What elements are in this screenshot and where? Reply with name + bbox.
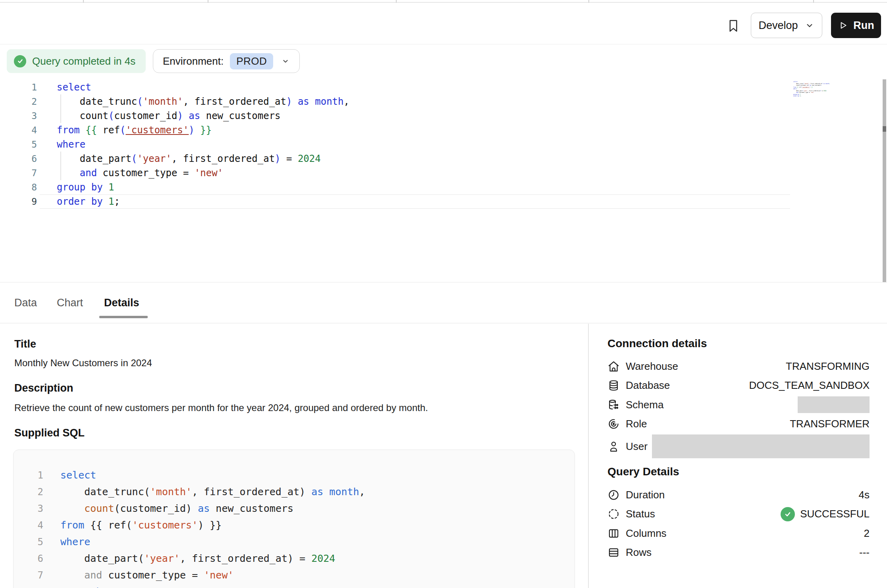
detail-label: Database [626,379,670,392]
toolbar: Develop Run [0,4,887,44]
scrollbar[interactable] [883,79,886,291]
tab-divider [588,0,589,3]
detail-label: Role [626,418,647,430]
detail-label: Duration [626,489,665,501]
supplied-sql-block: 1select2 date_trunc('month', first_order… [13,450,575,588]
bookmark-button[interactable] [726,15,742,36]
line-number: 1 [0,80,37,94]
line-number: 4 [13,517,43,534]
develop-dropdown[interactable]: Develop [751,13,822,38]
detail-label: User [626,440,648,453]
line-number: 5 [0,137,37,152]
line-number: 1 [13,467,43,484]
code-line: 1select [0,80,790,94]
code-line: 3 count(customer_id) as new_customers [0,109,790,123]
schema-icon [607,399,620,411]
check-icon [14,55,26,67]
line-number: 5 [13,534,43,550]
tab-data[interactable]: Data [14,282,37,323]
browser-tab-strip [0,0,887,3]
detail-row-warehouse: Warehouse TRANSFORMING [607,357,870,376]
connection-details-heading: Connection details [607,337,870,350]
code-line: 7 and customer_type = 'new' [0,166,790,180]
code-line: 7 and customer_type = 'new' [13,567,575,583]
user-icon [607,440,620,453]
develop-label: Develop [758,19,798,32]
code-line: 2 date_trunc('month', first_ordered_at) … [0,94,790,109]
sql-editor[interactable]: 1select2 date_trunc('month', first_order… [0,80,790,209]
environment-dropdown[interactable]: Environment: PROD [153,49,300,73]
line-number: 6 [0,152,37,166]
editor-minimap[interactable]: select date_trunc('month', first_ordered… [793,81,835,106]
detail-row-database: Database DOCS_TEAM_SANDBOX [607,376,870,396]
query-details-heading: Query Details [607,465,870,478]
model-ref-link[interactable]: 'customers' [125,125,189,136]
query-status-badge: Query completed in 4s [7,49,146,73]
environment-value-pill: PROD [230,53,273,69]
tab-divider [208,0,208,3]
play-icon [838,20,848,31]
connection-details-panel: Connection details Warehouse TRANSFORMIN… [607,323,870,562]
code-line: order by 1; [793,95,835,97]
line-number: 8 [0,180,37,194]
line-number: 7 [0,166,37,180]
app-window: Develop Run Query completed in 4s Enviro… [0,0,887,588]
columns-icon [607,527,620,540]
title-value: Monthly New Customers in 2024 [14,357,575,369]
results-tab-bar: Data Chart Details [0,282,887,323]
tab-divider [813,0,814,3]
redacted-value [652,434,870,458]
environment-label: Environment: [163,55,224,67]
detail-label: Columns [626,527,667,540]
detail-label: Status [626,508,655,520]
title-heading: Title [14,338,575,350]
detail-label: Schema [626,399,663,411]
redacted-value [798,396,870,413]
tab-chart[interactable]: Chart [57,282,83,323]
line-number: 8 [13,584,43,588]
detail-label: Warehouse [626,360,678,373]
detail-row-duration: Duration 4s [607,485,870,505]
supplied-sql-heading: Supplied SQL [14,427,575,439]
run-button[interactable]: Run [831,13,881,38]
panel-divider [588,324,589,588]
minimap-code: select date_trunc('month', first_ordered… [793,81,835,97]
status-value: SUCCESSFUL [781,507,870,521]
detail-value: 2 [864,527,870,540]
code-line: 9order by 1; [0,194,790,209]
code-line: 8group by 1 [0,180,790,194]
detail-value: TRANSFORMING [786,360,870,373]
indent-guide [60,94,61,123]
rows-icon [607,546,620,559]
role-icon [607,418,620,430]
indent-guide [60,152,61,180]
scrollbar-thumb[interactable] [883,126,886,132]
code-line: 4from {{ ref('customers') }} [13,517,575,533]
database-icon [607,379,620,392]
detail-row-status: Status SUCCESSFUL [607,505,870,524]
code-line: 8group by 1 [13,583,575,588]
duration-icon [607,489,620,501]
detail-value: SUCCESSFUL [800,508,870,520]
editor-code[interactable]: 1select2 date_trunc('month', first_order… [0,80,790,209]
detail-row-columns: Columns 2 [607,524,870,543]
detail-value: TRANSFORMER [790,418,870,430]
tab-divider [396,0,397,3]
description-heading: Description [14,382,575,394]
warehouse-icon [607,360,620,373]
description-value: Retrieve the count of new customers per … [14,402,575,413]
success-check-icon [781,507,795,521]
bookmark-icon [726,17,742,35]
detail-value: 4s [859,489,870,501]
query-status-text: Query completed in 4s [32,55,135,67]
line-number: 7 [13,567,43,584]
run-label: Run [853,19,874,32]
model-ref-link[interactable]: 'customers' [802,86,810,88]
code-line: 1select [13,467,575,483]
code-line: 5where [13,533,575,550]
line-number: 3 [0,109,37,123]
code-line: 2 date_trunc('month', first_ordered_at) … [13,483,575,500]
detail-row-rows: Rows --- [607,543,870,563]
detail-row-user: User [607,434,870,459]
code-line: 6 date_part('year', first_ordered_at) = … [13,550,575,567]
